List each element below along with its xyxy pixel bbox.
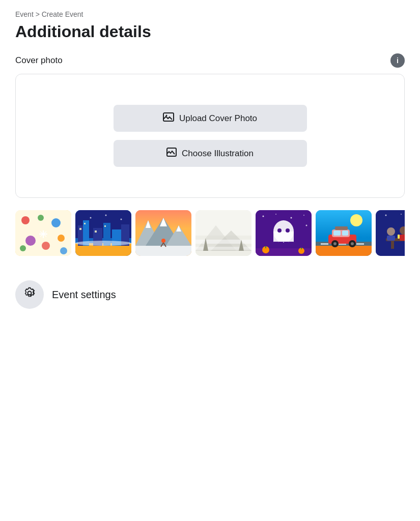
svg-rect-95	[400, 235, 405, 241]
svg-rect-74	[356, 243, 364, 245]
illustration-thumb-5[interactable]	[256, 210, 312, 256]
illustration-strip	[15, 208, 405, 258]
info-icon[interactable]: i	[390, 53, 405, 68]
svg-point-7	[58, 235, 65, 242]
illustration-thumb-7[interactable]	[376, 210, 405, 256]
svg-rect-83	[335, 226, 348, 230]
breadcrumb: Event > Create Event	[15, 10, 405, 18]
svg-rect-59	[273, 231, 294, 242]
svg-point-4	[21, 216, 30, 224]
svg-rect-90	[391, 241, 394, 249]
svg-rect-28	[104, 225, 106, 227]
svg-rect-27	[95, 230, 97, 233]
svg-point-6	[51, 218, 61, 227]
svg-rect-81	[333, 230, 341, 236]
upload-button-label: Upload Cover Photo	[179, 113, 257, 124]
svg-point-54	[275, 214, 276, 215]
svg-point-32	[75, 241, 131, 246]
svg-point-29	[90, 217, 92, 219]
svg-point-55	[291, 217, 292, 219]
svg-point-5	[38, 215, 44, 221]
svg-point-61	[277, 228, 282, 233]
svg-point-86	[401, 214, 402, 215]
svg-rect-67	[301, 248, 302, 249]
event-settings-label: Event settings	[52, 289, 116, 301]
svg-point-30	[105, 215, 107, 216]
svg-point-41	[161, 239, 165, 243]
illustration-thumb-6[interactable]	[316, 210, 372, 256]
event-settings-row[interactable]: Event settings	[15, 274, 405, 315]
svg-point-80	[351, 242, 354, 245]
svg-rect-82	[342, 230, 348, 236]
choose-illustration-button[interactable]: Choose Illustration	[114, 140, 307, 167]
svg-rect-40	[135, 246, 191, 256]
svg-point-9	[42, 242, 50, 250]
svg-point-92	[387, 227, 395, 236]
illustration-thumb-3[interactable]	[135, 210, 191, 256]
gear-icon	[22, 286, 37, 303]
page-title: Additional details	[15, 22, 405, 41]
settings-icon-circle	[15, 280, 44, 309]
illustration-icon	[166, 147, 177, 160]
svg-rect-48	[195, 240, 251, 244]
cover-photo-label: Cover photo	[15, 55, 63, 66]
choose-illustration-label: Choose Illustration	[182, 149, 254, 159]
svg-point-10	[20, 245, 26, 251]
svg-point-56	[303, 215, 304, 216]
svg-point-85	[385, 215, 387, 216]
svg-point-78	[333, 242, 337, 245]
svg-point-8	[25, 236, 36, 246]
illustration-thumb-1[interactable]	[15, 210, 71, 256]
svg-point-57	[306, 225, 307, 226]
svg-point-69	[350, 214, 362, 226]
svg-rect-26	[84, 223, 86, 224]
illustration-thumb-2[interactable]	[75, 210, 131, 256]
illustration-thumb-4[interactable]	[195, 210, 251, 256]
svg-point-11	[60, 247, 67, 254]
svg-rect-72	[321, 243, 328, 245]
svg-point-31	[121, 219, 122, 220]
upload-cover-photo-button[interactable]: Upload Cover Photo	[114, 105, 307, 132]
svg-rect-65	[265, 246, 266, 248]
svg-point-62	[286, 228, 290, 233]
cover-photo-box: Upload Cover Photo Choose Illustration	[15, 74, 405, 198]
upload-icon	[163, 112, 174, 125]
svg-rect-25	[79, 228, 81, 230]
svg-point-53	[263, 216, 264, 217]
svg-rect-98	[398, 235, 400, 239]
svg-rect-93	[387, 236, 395, 241]
